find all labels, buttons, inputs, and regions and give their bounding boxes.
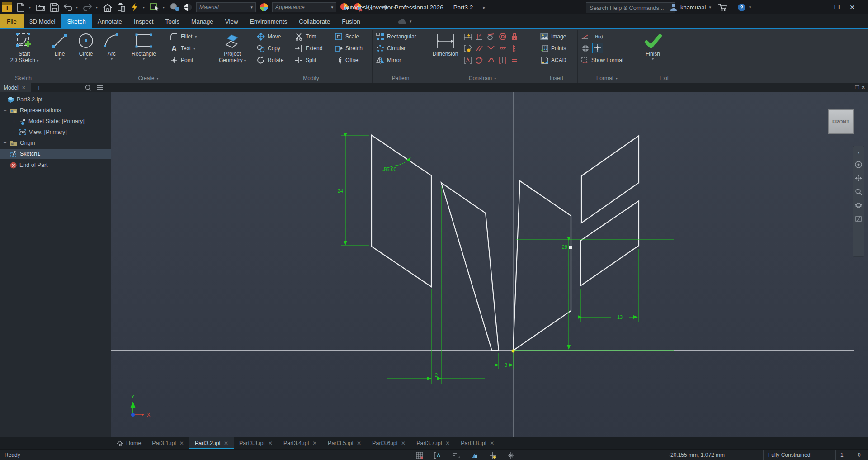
vertical-constraint-icon[interactable] <box>509 43 519 53</box>
dim-55[interactable]: 55.00 <box>384 166 396 172</box>
panel-label-format[interactable]: Format▾ <box>577 73 637 83</box>
rectangular-pattern-button[interactable]: Rectangular <box>376 32 416 42</box>
point-button[interactable]: Point <box>170 55 193 65</box>
perpendicular-constraint-icon[interactable] <box>474 32 484 42</box>
cloud-menu[interactable]: ▾ <box>398 14 412 28</box>
dimension-display-icon[interactable] <box>452 452 460 459</box>
doc-tab-part3-4[interactable]: Part3.4.ipt✕ <box>278 437 322 449</box>
user-caret-icon[interactable]: ▾ <box>709 5 711 9</box>
equal-radius-constraint-icon[interactable] <box>474 55 484 65</box>
doc-tab-part3-8[interactable]: Part3.8.ipt✕ <box>455 437 500 449</box>
grid-toggle-icon[interactable] <box>416 452 423 459</box>
centerline-format-icon[interactable] <box>580 43 590 53</box>
doc-tab-par3-1[interactable]: Par3.1.ipt✕ <box>146 437 189 449</box>
viewcube-front-face[interactable]: FRONT <box>832 119 849 124</box>
circular-pattern-button[interactable]: Circular <box>376 43 406 53</box>
undo-caret-icon[interactable]: ▾ <box>76 5 80 9</box>
pan-icon[interactable] <box>855 175 862 182</box>
tree-item-part[interactable]: Part3.2.ipt <box>0 95 118 104</box>
origin-point[interactable] <box>512 350 515 353</box>
fillet-button[interactable]: Fillet▾ <box>170 32 197 42</box>
full-navigation-wheel-icon[interactable] <box>855 161 862 168</box>
sketch-left-wing[interactable] <box>372 135 431 287</box>
update-caret-icon[interactable]: ▾ <box>143 5 146 9</box>
appearance-dropdown[interactable]: Appearance▾ <box>272 2 336 12</box>
tab-manage[interactable]: Manage <box>185 14 219 28</box>
copy-button[interactable]: Copy <box>257 43 280 53</box>
tree-item-origin[interactable]: + Origin <box>0 138 113 148</box>
browser-tab-model[interactable]: Model × <box>0 83 31 92</box>
checker-sphere-icon[interactable] <box>183 2 193 13</box>
look-at-icon[interactable] <box>855 215 862 223</box>
split-button[interactable]: Split <box>295 55 316 65</box>
redo-caret-icon[interactable]: ▾ <box>96 5 99 9</box>
tangent-constraint-icon[interactable] <box>486 32 496 42</box>
dim-2[interactable]: 2 <box>435 372 438 378</box>
undo-icon[interactable] <box>62 2 73 13</box>
update-bolt-icon[interactable] <box>129 2 140 13</box>
extend-button[interactable]: Extend <box>295 43 322 53</box>
insert-acad-button[interactable]: ACAD <box>540 55 566 65</box>
material-sphere-icon[interactable] <box>169 2 180 13</box>
dim-3[interactable]: 3 <box>505 362 507 368</box>
tab-close-icon[interactable]: ✕ <box>224 440 228 446</box>
doc-restore-icon[interactable]: ❐ <box>855 85 859 90</box>
sketch-upper-right-bar[interactable] <box>581 136 639 223</box>
help-caret-icon[interactable]: ▾ <box>749 5 751 9</box>
constraint-toggle-icon[interactable] <box>434 452 441 459</box>
doc-tab-part3-3[interactable]: Part3.3.ipt✕ <box>234 437 278 449</box>
help-icon[interactable]: ? <box>737 3 746 12</box>
tab-tools[interactable]: Tools <box>159 14 185 28</box>
circle-button[interactable]: Circle▾ <box>74 30 98 61</box>
start-2d-sketch-button[interactable]: Start 2D Sketch ▾ <box>5 30 43 63</box>
rotate-button[interactable]: Rotate <box>257 55 283 65</box>
equal-constraint-icon[interactable] <box>509 55 519 65</box>
insert-points-button[interactable]: Points <box>540 43 566 53</box>
doc-tab-part3-2[interactable]: Part3.2.ipt✕ <box>189 437 234 449</box>
open-icon[interactable] <box>35 2 46 13</box>
navbar-collapse-icon[interactable]: ▾ <box>858 151 859 155</box>
tab-collaborate[interactable]: Collaborate <box>293 14 336 28</box>
expand-icon[interactable]: + <box>12 118 16 124</box>
tree-item-model-state[interactable]: + Model State: [Primary] <box>0 116 123 126</box>
driven-dimension-icon[interactable]: H(x) <box>593 32 603 42</box>
tab-close-icon[interactable]: ✕ <box>312 440 317 446</box>
tab-close-icon[interactable]: ✕ <box>357 440 361 446</box>
text-button[interactable]: A Text▾ <box>170 43 195 53</box>
tab-close-icon[interactable]: ✕ <box>445 440 450 446</box>
move-toggle-icon[interactable] <box>489 452 496 459</box>
select-caret-icon[interactable]: ▾ <box>163 5 166 9</box>
inventor-logo-icon[interactable]: I <box>2 2 13 13</box>
cart-icon[interactable] <box>718 3 727 11</box>
doc-tab-home[interactable]: Home <box>111 437 146 449</box>
restore-button[interactable]: ❐ <box>829 0 844 14</box>
tab-close-icon[interactable]: ✕ <box>490 440 494 446</box>
tab-3d-model[interactable]: 3D Model <box>24 14 61 28</box>
tree-item-end-of-part[interactable]: End of Part <box>0 160 121 170</box>
dimension-button[interactable]: Dimension <box>430 30 460 57</box>
tab-inspect[interactable]: Inspect <box>128 14 160 28</box>
arc-button[interactable]: Arc▾ <box>101 30 122 61</box>
minimize-button[interactable]: – <box>814 0 829 14</box>
symmetric-constraint-icon[interactable] <box>498 55 508 65</box>
snap-toggle-icon[interactable] <box>507 452 514 459</box>
dim-28[interactable]: 28 <box>562 244 567 250</box>
sketch-left-blade[interactable] <box>441 183 499 351</box>
trim-button[interactable]: Trim <box>295 32 316 42</box>
sketch-point-marker[interactable] <box>569 246 572 249</box>
save-icon[interactable] <box>49 2 60 13</box>
orbit-icon[interactable] <box>855 202 862 209</box>
model-tab-close-icon[interactable]: × <box>22 85 25 91</box>
collapse-icon[interactable]: − <box>3 107 7 114</box>
doc-tab-part3-5[interactable]: Part3.5.ipt✕ <box>322 437 367 449</box>
expand-icon[interactable]: + <box>12 129 16 135</box>
collinear-constraint-icon[interactable] <box>498 43 508 53</box>
center-point-format-icon[interactable] <box>592 43 603 53</box>
doc-close-icon[interactable]: ✕ <box>861 85 865 90</box>
home-icon[interactable] <box>102 2 113 13</box>
material-dropdown[interactable]: Material▾ <box>196 2 256 12</box>
tree-item-sketch1[interactable]: Sketch1 <box>0 149 121 159</box>
redo-icon[interactable] <box>82 2 93 13</box>
zoom-icon[interactable] <box>855 188 862 195</box>
search-input[interactable]: Search Help & Commands... <box>586 2 675 13</box>
